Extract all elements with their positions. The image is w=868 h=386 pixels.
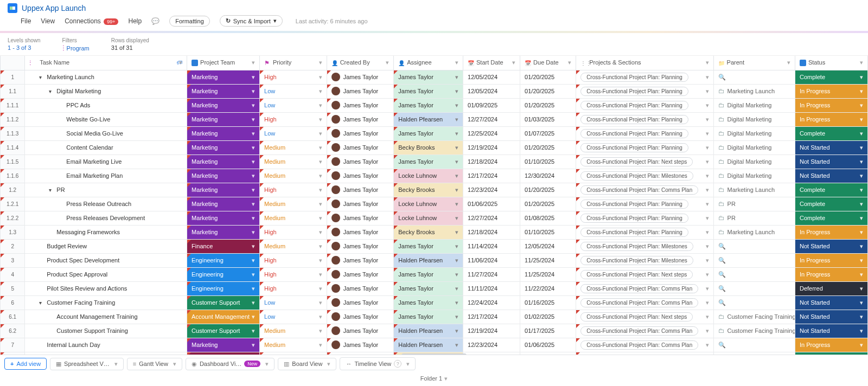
row-number[interactable]: 1: [1, 70, 25, 84]
table-row[interactable]: 1.2.2 Press Releases Development Marketi…: [1, 211, 868, 225]
start-date-cell[interactable]: 12/19/2024: [463, 140, 520, 155]
created-by-cell[interactable]: James Taylor: [327, 126, 394, 140]
projects-sections-cell[interactable]: Cross-Functional Project Plan: Comms Pla…: [576, 183, 713, 197]
status-cell[interactable]: Not Started▾: [795, 155, 867, 169]
row-number[interactable]: 1.2.2: [1, 211, 25, 225]
assignee-cell[interactable]: Becky Brooks▾: [394, 225, 463, 239]
chevron-down-icon[interactable]: ▾: [252, 215, 255, 222]
priority-cell[interactable]: High▾: [260, 183, 327, 197]
projects-sections-cell[interactable]: Cross-Functional Project Plan: Planning▾: [576, 112, 713, 126]
table-row[interactable]: 1.1.4 Content Calendar Marketing▾ Medium…: [1, 140, 868, 155]
due-date-cell[interactable]: 01/03/2025: [520, 112, 576, 126]
priority-cell[interactable]: Medium▾: [260, 169, 327, 183]
table-row[interactable]: 6.1 Account Management Training Account …: [1, 310, 868, 324]
assignee-cell[interactable]: James Taylor▾: [394, 295, 463, 310]
chevron-down-icon[interactable]: ▾: [706, 186, 709, 194]
chevron-down-icon[interactable]: ▾: [319, 201, 322, 208]
status-cell[interactable]: Not Started▾: [795, 140, 867, 155]
project-section-chip[interactable]: Cross-Functional Project Plan: Comms Pla…: [580, 326, 698, 336]
chevron-down-icon[interactable]: ▾: [706, 144, 709, 151]
projects-sections-cell[interactable]: Cross-Functional Project Plan: Planning▾: [576, 70, 713, 84]
due-date-cell[interactable]: 01/17/2025: [520, 324, 576, 338]
start-date-cell[interactable]: 01/09/2025: [463, 98, 520, 112]
task-name-cell[interactable]: Email Marketing Plan: [25, 169, 187, 183]
chevron-down-icon[interactable]: ▾: [455, 116, 458, 123]
due-date-cell[interactable]: 01/06/2025: [520, 338, 576, 352]
projects-sections-cell[interactable]: Cross-Functional Project Plan: Comms Pla…: [576, 295, 713, 310]
chevron-down-icon[interactable]: ▾: [252, 327, 255, 334]
chevron-down-icon[interactable]: ▾: [860, 186, 863, 194]
due-date-cell[interactable]: 12/30/2024: [520, 169, 576, 183]
created-by-cell[interactable]: James Taylor: [327, 169, 394, 183]
expand-caret-icon[interactable]: [49, 186, 53, 193]
chevron-down-icon[interactable]: ▾: [860, 299, 863, 306]
start-date-cell[interactable]: 12/05/2024: [463, 84, 520, 98]
chevron-down-icon[interactable]: ▾: [455, 271, 458, 278]
priority-cell[interactable]: High▾: [260, 253, 327, 267]
table-row[interactable]: 3 Product Spec Development Engineering▾ …: [1, 253, 868, 267]
parent-cell-empty[interactable]: [718, 74, 790, 81]
chevron-down-icon[interactable]: ▾: [860, 243, 863, 250]
sync-import-button[interactable]: Sync & Import ▾: [220, 15, 283, 27]
add-view-button[interactable]: Add view: [4, 358, 47, 361]
projects-sections-cell[interactable]: Cross-Functional Project Plan: Planning▾: [576, 211, 713, 225]
due-date-cell[interactable]: 12/05/2024: [520, 239, 576, 253]
expand-caret-icon[interactable]: [39, 299, 43, 306]
project-team-cell[interactable]: Engineering▾: [187, 253, 260, 267]
col-task-name[interactable]: Task Name ▾: [25, 56, 187, 70]
chevron-down-icon[interactable]: ▾: [406, 361, 410, 361]
task-name-cell[interactable]: Email Marketing Live: [25, 155, 187, 169]
chevron-down-icon[interactable]: ▾: [455, 59, 458, 66]
task-name-cell[interactable]: Digital Marketing: [25, 84, 187, 98]
row-number[interactable]: 5: [1, 281, 25, 295]
start-date-cell[interactable]: 01/06/2025: [463, 197, 520, 211]
tab-board-view[interactable]: Board View▾: [278, 358, 336, 361]
assignee-cell[interactable]: Becky Brooks▾: [394, 183, 463, 197]
assignee-cell[interactable]: Halden Pfearsen▾: [394, 338, 463, 352]
projects-sections-cell[interactable]: Cross-Functional Project Plan: Planning▾: [576, 197, 713, 211]
parent-cell-empty[interactable]: [718, 243, 790, 250]
col-parent[interactable]: Parent▾: [713, 56, 795, 70]
parent-cell-empty[interactable]: [718, 257, 790, 264]
assignee-cell[interactable]: Locke Luhnow▾: [394, 169, 463, 183]
created-by-cell[interactable]: James Taylor: [327, 225, 394, 239]
chevron-down-icon[interactable]: ▾: [319, 59, 322, 66]
chevron-down-icon[interactable]: ▾: [319, 116, 322, 123]
parent-cell-wrap[interactable]: [713, 253, 795, 267]
priority-cell[interactable]: Low▾: [260, 310, 327, 324]
created-by-cell[interactable]: James Taylor: [327, 253, 394, 267]
project-team-cell[interactable]: Marketing▾: [187, 338, 260, 352]
chevron-down-icon[interactable]: ▾: [319, 342, 322, 349]
chevron-down-icon[interactable]: ▾: [319, 327, 322, 334]
table-row[interactable]: 1.2.1 Press Release Outreach Marketing▾ …: [1, 197, 868, 211]
assignee-cell[interactable]: Halden Pfearsen▾: [394, 324, 463, 338]
created-by-cell[interactable]: James Taylor: [327, 239, 394, 253]
status-cell[interactable]: In Progress▾: [795, 84, 867, 98]
row-number[interactable]: 6.2: [1, 324, 25, 338]
chevron-down-icon[interactable]: ▾: [455, 130, 458, 137]
chevron-down-icon[interactable]: ▾: [455, 285, 458, 292]
table-row[interactable]: 7 Internal Launch Day Marketing▾ Medium▾…: [1, 338, 868, 352]
help-icon[interactable]: [394, 360, 401, 361]
assignee-cell[interactable]: James Taylor▾: [394, 281, 463, 295]
priority-cell[interactable]: Low▾: [260, 84, 327, 98]
task-name-cell[interactable]: PPC Ads: [25, 98, 187, 112]
chevron-down-icon[interactable]: ▾: [860, 144, 863, 151]
chevron-down-icon[interactable]: ▾: [706, 342, 709, 349]
created-by-cell[interactable]: James Taylor: [327, 112, 394, 126]
chevron-down-icon[interactable]: ▾: [319, 215, 322, 222]
project-section-chip[interactable]: Cross-Functional Project Plan: Comms Pla…: [580, 284, 698, 293]
assignee-cell[interactable]: Locke Luhnow▾: [394, 197, 463, 211]
chevron-down-icon[interactable]: ▾: [252, 172, 255, 179]
col-created-by[interactable]: Created By▾: [327, 56, 394, 70]
chevron-down-icon[interactable]: ▾: [252, 74, 255, 81]
due-date-cell[interactable]: 01/20/2025: [520, 70, 576, 84]
chevron-down-icon[interactable]: ▾: [265, 361, 269, 361]
task-name-cell[interactable]: Press Releases Development: [25, 211, 187, 225]
chevron-down-icon[interactable]: ▾: [706, 59, 709, 66]
project-team-cell[interactable]: Marketing▾: [187, 225, 260, 239]
projects-sections-cell[interactable]: Cross-Functional Project Plan: Milestone…: [576, 253, 713, 267]
priority-cell[interactable]: Medium▾: [260, 338, 327, 352]
menu-file[interactable]: File: [21, 17, 31, 25]
menu-view[interactable]: View: [41, 17, 55, 25]
